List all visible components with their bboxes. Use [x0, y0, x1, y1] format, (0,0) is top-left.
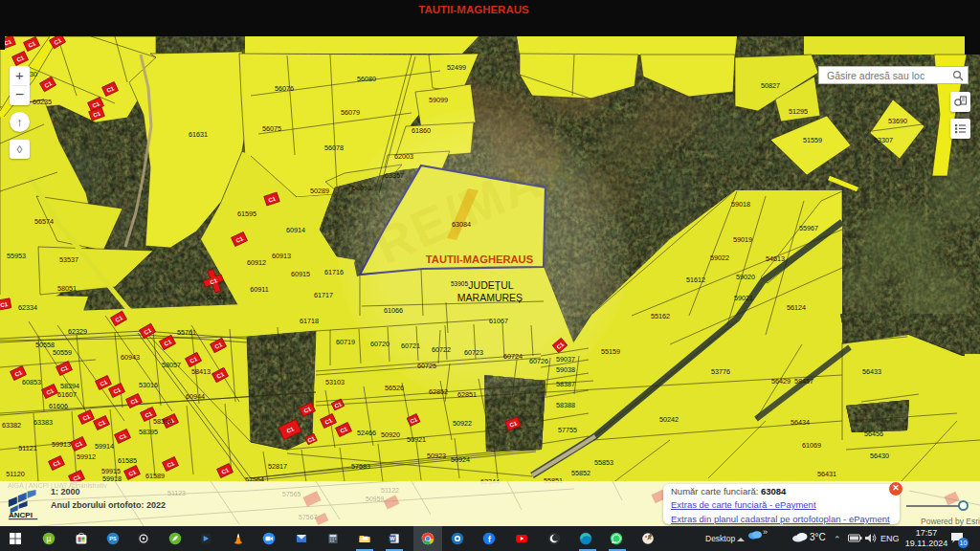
- svg-text:PS: PS: [109, 536, 117, 541]
- svg-text:µ: µ: [47, 534, 52, 543]
- svg-text:W: W: [390, 536, 395, 541]
- svg-text:f: f: [488, 535, 491, 544]
- svg-text:ANCPI: ANCPI: [9, 511, 33, 519]
